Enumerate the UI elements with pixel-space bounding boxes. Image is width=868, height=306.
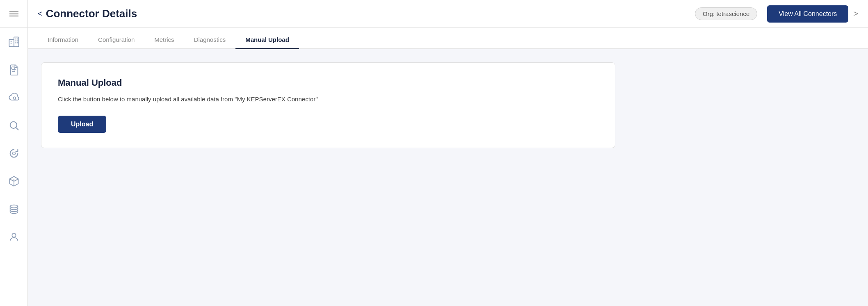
sidebar-item-buildings[interactable]: [0, 28, 28, 56]
view-all-connectors-button[interactable]: View All Connectors: [767, 5, 848, 23]
tab-manual-upload[interactable]: Manual Upload: [235, 31, 299, 49]
svg-rect-2: [10, 41, 11, 42]
card-title: Manual Upload: [58, 78, 598, 88]
header-chevron-icon: >: [853, 9, 858, 18]
sidebar: [0, 0, 28, 306]
svg-point-23: [12, 233, 16, 237]
tab-diagnostics[interactable]: Diagnostics: [184, 31, 236, 49]
svg-rect-3: [10, 43, 11, 43]
card-description: Click the button below to manually uploa…: [58, 95, 598, 104]
hamburger-icon: [9, 10, 18, 18]
svg-rect-9: [17, 42, 18, 43]
svg-rect-7: [17, 41, 18, 41]
sidebar-item-refresh[interactable]: [0, 139, 28, 167]
sidebar-item-database[interactable]: [0, 195, 28, 223]
svg-line-20: [9, 179, 14, 181]
svg-line-17: [16, 128, 18, 130]
refresh-icon: [8, 148, 20, 159]
cloud-search-icon: [8, 92, 20, 103]
main-content-area: Manual Upload Click the button below to …: [28, 49, 868, 306]
svg-rect-6: [15, 41, 16, 41]
svg-rect-8: [15, 42, 16, 43]
main-content: < Connector Details Org: tetrascience Vi…: [28, 0, 868, 306]
svg-point-18: [12, 152, 15, 155]
sidebar-item-cloud-search[interactable]: [0, 84, 28, 112]
manual-upload-card: Manual Upload Click the button below to …: [41, 62, 615, 148]
back-arrow[interactable]: <: [38, 9, 43, 18]
cube-icon: [8, 176, 20, 187]
svg-rect-4: [15, 39, 16, 39]
svg-point-14: [13, 97, 16, 99]
sidebar-item-user[interactable]: [0, 223, 28, 251]
header: < Connector Details Org: tetrascience Vi…: [28, 0, 868, 28]
tab-information[interactable]: Information: [38, 31, 88, 49]
document-icon: [8, 64, 20, 75]
sidebar-item-cube[interactable]: [0, 167, 28, 195]
svg-point-12: [11, 67, 14, 70]
svg-rect-0: [9, 39, 14, 47]
sidebar-item-document[interactable]: [0, 56, 28, 84]
search-icon: [8, 120, 20, 131]
tab-configuration[interactable]: Configuration: [88, 31, 144, 49]
svg-point-22: [10, 205, 18, 208]
svg-line-21: [14, 179, 18, 181]
user-icon: [8, 231, 20, 243]
svg-rect-5: [17, 39, 18, 39]
buildings-icon: [8, 36, 20, 48]
database-icon: [8, 203, 20, 215]
page-title: Connector Details: [46, 7, 695, 20]
org-badge: Org: tetrascience: [695, 7, 757, 20]
tabs-bar: Information Configuration Metrics Diagno…: [28, 28, 868, 49]
upload-button[interactable]: Upload: [58, 116, 106, 133]
tab-metrics[interactable]: Metrics: [144, 31, 184, 49]
sidebar-item-search[interactable]: [0, 112, 28, 139]
hamburger-menu[interactable]: [0, 0, 28, 28]
